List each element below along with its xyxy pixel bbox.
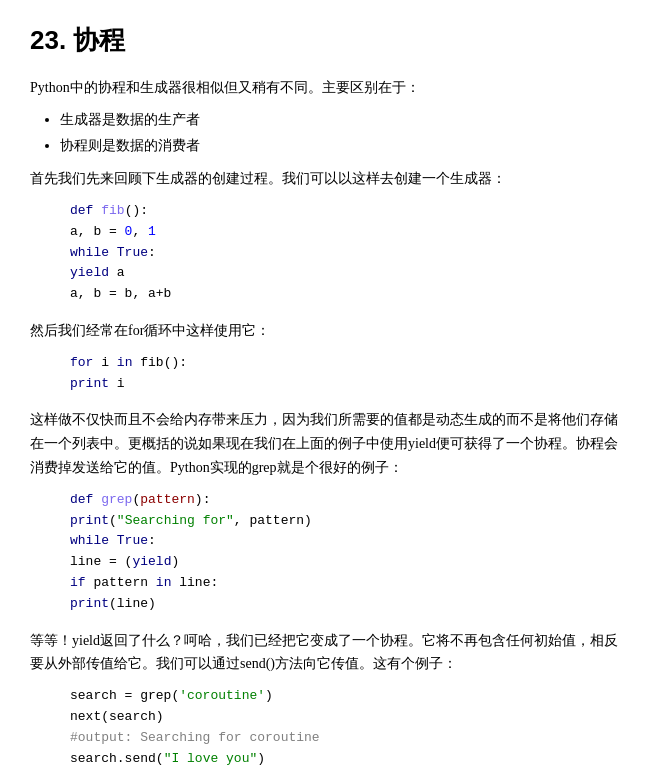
code-block-2: for i in fib(): print i xyxy=(70,353,629,395)
code-block-3: def grep(pattern): print("Searching for"… xyxy=(70,490,629,615)
page-title: 23. 协程 xyxy=(30,20,629,62)
section4-text: 等等！yield返回了什么？呵哈，我们已经把它变成了一个协程。它将不再包含任何初… xyxy=(30,629,629,677)
section2-text: 然后我们经常在for循环中这样使用它： xyxy=(30,319,629,343)
bullet-2: 协程则是数据的消费者 xyxy=(60,135,629,157)
code-block-4: search = grep('coroutine')next(search)#o… xyxy=(70,686,629,773)
section1-text: 首先我们先来回顾下生成器的创建过程。我们可以以这样去创建一个生成器： xyxy=(30,167,629,191)
bullet-1: 生成器是数据的生产者 xyxy=(60,109,629,131)
intro-text: Python中的协程和生成器很相似但又稍有不同。主要区别在于： xyxy=(30,76,629,100)
bullets-list: 生成器是数据的生产者 协程则是数据的消费者 xyxy=(60,109,629,157)
section3-text: 这样做不仅快而且不会给内存带来压力，因为我们所需要的值都是动态生成的而不是将他们… xyxy=(30,408,629,479)
code-block-1: def fib(): a, b = 0, 1 while True: yield… xyxy=(70,201,629,305)
